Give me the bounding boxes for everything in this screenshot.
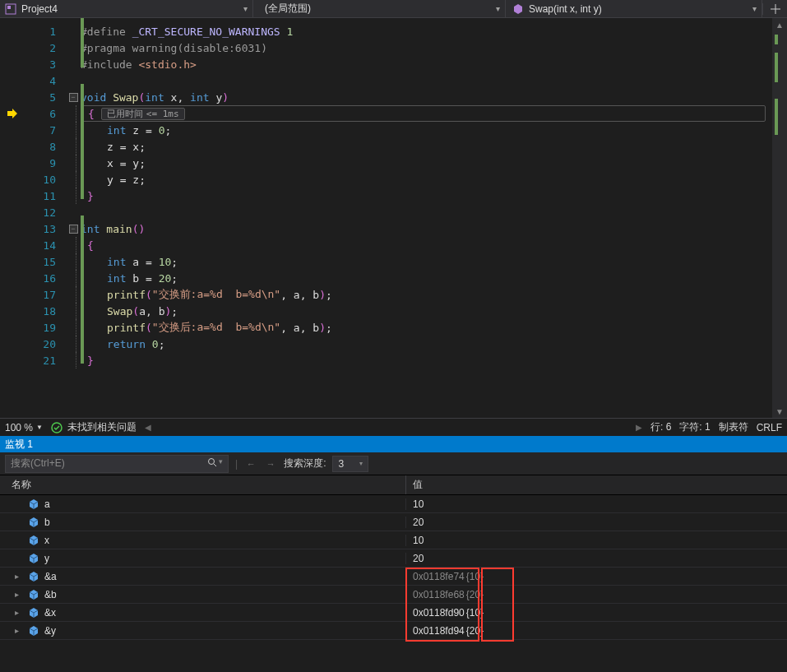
variable-extra: {10} [466,607,484,619]
variable-value: 10 [413,498,424,510]
variable-extra: {10} [466,571,484,582]
variable-extra: {20} [466,625,484,637]
svg-marker-2 [514,4,522,14]
watch-row[interactable]: x10 [0,531,787,549]
variable-extra: {20} [466,589,484,600]
issues-indicator[interactable]: 未找到相关问题 [51,420,137,434]
variable-icon [28,607,39,619]
expand-icon[interactable]: ▸ [15,590,23,599]
variable-name: &b [44,589,57,600]
variable-name: x [44,535,49,546]
svg-line-8 [214,464,216,466]
member-dropdown[interactable]: Swap(int x, int y) ▾ [506,0,762,17]
variable-value: 0x0118fe68 [413,589,465,600]
search-next-icon[interactable]: → [264,459,277,469]
chevron-down-icon: ▾ [496,4,500,13]
watch-search-bar: 搜索(Ctrl+E) ▾ | ← → 搜索深度: 3 ▾ [0,452,787,475]
nav-right-icon[interactable]: ▶ [636,423,642,432]
variable-name: y [44,553,49,564]
watch-row[interactable]: a10 [0,495,787,513]
expand-icon[interactable]: ▸ [15,572,23,581]
perf-hint[interactable]: 已用时间<= 1ms [101,108,185,120]
member-text: Swap(int x, int y) [529,3,602,15]
variable-icon [28,498,39,510]
cursor-line: 行: 6 [650,420,671,434]
issues-text: 未找到相关问题 [67,420,137,434]
project-dropdown[interactable]: Project4 ▾ [0,0,253,17]
fold-toggle[interactable]: − [69,93,78,102]
svg-rect-1 [7,6,11,9]
variable-value: 10 [413,535,424,546]
vertical-scrollbar[interactable]: ▲ ▼ [772,18,787,418]
depth-combo[interactable]: 3 ▾ [332,456,368,472]
watch-row[interactable]: ▸&y0x0118fd94 {20} [0,622,787,640]
watch-row[interactable]: ▸&a0x0118fe74 {10} [0,568,787,586]
svg-marker-5 [7,109,17,118]
fold-column: − − [66,18,81,418]
indent-mode[interactable]: 制表符 [719,420,748,434]
scope-dropdown[interactable]: (全局范围) ▾ [253,0,506,17]
glyph-margin [0,18,25,418]
watch-row[interactable]: y20 [0,549,787,568]
variable-icon [28,517,39,528]
editor-status-bar: 100 %▼ 未找到相关问题 ◀ ▶ 行: 6 字符: 1 制表符 CRLF [0,418,787,436]
variable-value: 20 [413,517,424,528]
check-circle-icon [51,422,62,433]
watch-row[interactable]: b20 [0,513,787,531]
cursor-col: 字符: 1 [679,420,710,434]
variable-name: &a [44,571,57,582]
line-ending[interactable]: CRLF [757,422,782,433]
header-name[interactable]: 名称 [0,475,406,494]
variable-value: 0x0118fe74 [413,571,465,582]
nav-left-icon[interactable]: ◀ [145,423,151,432]
watch-tab-label: 监视 1 [5,438,33,452]
variable-icon [28,625,39,637]
line-numbers: 1 2 3 4 5 6 7 8 9 10 11 12 13 14 15 16 1… [25,18,66,418]
search-input[interactable]: 搜索(Ctrl+E) ▾ [5,455,229,473]
depth-label: 搜索深度: [284,456,326,470]
zoom-level[interactable]: 100 %▼ [5,422,43,433]
method-icon [512,3,524,15]
watch-row[interactable]: ▸&x0x0118fd90 {10} [0,604,787,622]
variable-name: a [44,498,50,510]
variable-icon [28,589,39,600]
watch-tab-header[interactable]: 监视 1 [0,436,787,452]
chevron-down-icon: ▾ [752,4,757,13]
variable-name: &y [44,625,56,637]
expand-icon[interactable]: ▸ [15,608,23,617]
variable-icon [28,553,39,564]
split-button[interactable] [762,3,787,15]
watch-row[interactable]: ▸&b0x0118fe68 {20} [0,586,787,604]
watch-table: 名称 值 a10b20x10y20▸&a0x0118fe74 {10}▸&b0x… [0,475,787,672]
variable-name: b [44,517,50,528]
search-prev-icon[interactable]: ← [244,459,257,469]
project-name: Project4 [21,3,58,15]
code-content[interactable]: #define _CRT_SECURE_NO_WARNINGS 1 #pragm… [81,18,787,418]
header-value[interactable]: 值 [406,475,787,494]
project-icon [5,3,16,15]
watch-header-row: 名称 值 [0,475,787,495]
nav-breadcrumb: Project4 ▾ (全局范围) ▾ Swap(int x, int y) ▾ [0,0,787,18]
variable-icon [28,571,39,582]
variable-name: &x [44,607,56,619]
variable-value: 20 [413,553,424,564]
scope-text: (全局范围) [265,2,311,16]
search-icon [207,457,217,470]
code-editor[interactable]: 1 2 3 4 5 6 7 8 9 10 11 12 13 14 15 16 1… [0,18,787,436]
chevron-down-icon: ▾ [243,4,248,13]
fold-toggle[interactable]: − [69,225,78,234]
variable-value: 0x0118fd90 [413,607,465,619]
svg-point-7 [209,459,215,465]
variable-value: 0x0118fd94 [413,625,465,637]
variable-icon [28,535,39,546]
current-line-arrow-icon [0,105,25,122]
scroll-down-icon[interactable]: ▼ [772,405,787,418]
expand-icon[interactable]: ▸ [15,626,23,635]
scroll-up-icon[interactable]: ▲ [772,18,787,31]
